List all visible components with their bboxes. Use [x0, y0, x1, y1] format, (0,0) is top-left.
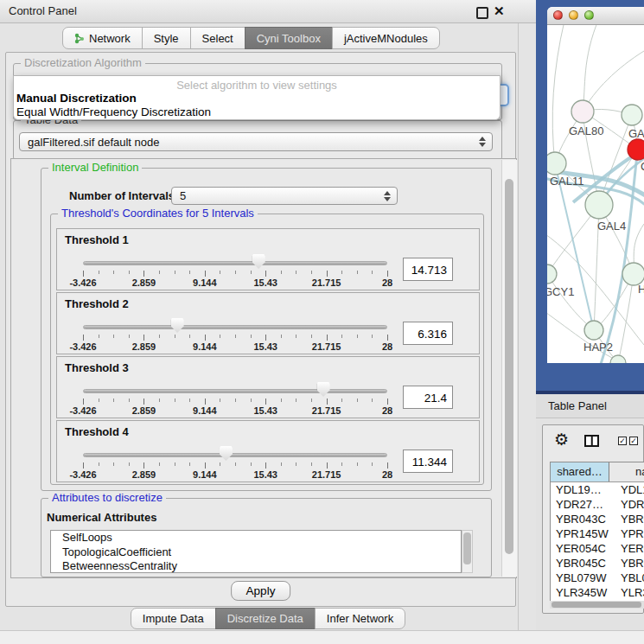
threshold-label: Threshold 4: [65, 425, 129, 438]
network-node-gal4[interactable]: [585, 191, 613, 219]
slider-tick: [129, 399, 130, 402]
threshold-value-field[interactable]: 14.713: [403, 258, 453, 281]
slider-track[interactable]: [83, 453, 387, 457]
table-row[interactable]: YBR043CYBR0: [551, 512, 644, 526]
slider-tick-label: 2.859: [132, 277, 156, 288]
float-window-icon[interactable]: [476, 7, 488, 19]
network-node-c[interactable]: [628, 139, 644, 160]
network-edge[interactable]: [583, 51, 644, 112]
slider-thumb[interactable]: [252, 254, 265, 269]
node-attribute-table: shared… na YDL19…YDL1YDR27…YDR2YBR043CYB…: [550, 462, 644, 603]
slider-tick: [341, 462, 342, 466]
minimize-button[interactable]: [569, 10, 578, 20]
close-icon[interactable]: ✕: [494, 3, 505, 19]
slider-tick: [143, 399, 144, 405]
algorithm-option-manual[interactable]: Manual Discretization: [14, 92, 500, 105]
slider-tick: [189, 271, 190, 274]
network-node-gal11[interactable]: [547, 152, 566, 175]
column-header-shared-name[interactable]: shared…: [551, 462, 609, 481]
slider-tick: [99, 271, 99, 274]
slider-tick: [113, 335, 114, 338]
tab-select[interactable]: Select: [190, 27, 245, 49]
threshold-label: Threshold 1: [65, 233, 129, 246]
slider-tick: [83, 399, 84, 405]
table-header-row: shared… na: [551, 462, 644, 482]
column-header-name[interactable]: na: [609, 462, 644, 481]
slider-tick: [113, 271, 114, 274]
slider-tick: [327, 462, 328, 469]
slider-tick: [296, 335, 296, 338]
horizontal-scrollbar[interactable]: [550, 601, 644, 609]
interval-definition-group: Interval Definition Number of Intervals …: [41, 168, 492, 491]
discretization-algorithm-label: Discretization Algorithm: [21, 57, 145, 69]
slider-tick: [220, 335, 220, 338]
slider-track[interactable]: [83, 261, 387, 265]
bottom-tab-impute-data[interactable]: Impute Data: [131, 608, 216, 629]
slider-thumb[interactable]: [220, 446, 233, 461]
network-node-ga[interactable]: [622, 105, 642, 125]
zoom-button[interactable]: [584, 10, 594, 20]
slider-tick: [372, 271, 373, 274]
slider-tick: [175, 462, 175, 466]
slider-tick: [357, 399, 358, 402]
attribute-list-item[interactable]: SelfLoops: [51, 531, 461, 545]
columns-icon[interactable]: [584, 435, 599, 447]
vertical-scrollbar-thumb[interactable]: [505, 179, 513, 554]
vertical-scrollbar[interactable]: [501, 160, 517, 577]
numerical-attributes-list[interactable]: SelfLoopsTopologicalCoefficientBetweenne…: [50, 530, 462, 573]
bottom-tab-discretize-data[interactable]: Discretize Data: [215, 608, 316, 629]
threshold-panel-2: Threshold 2-3.4262.8599.14415.4321.71528…: [56, 292, 480, 354]
settings-scroll-pane: Interval Definition Number of Intervals …: [10, 158, 517, 578]
threshold-value-field[interactable]: 11.344: [403, 450, 453, 473]
apply-button[interactable]: Apply: [231, 581, 291, 601]
table-row[interactable]: YDL19…YDL1: [551, 482, 644, 497]
slider-tick-label: -3.426: [69, 341, 96, 352]
gear-icon[interactable]: ⚙: [554, 430, 569, 450]
network-edge[interactable]: [552, 25, 564, 163]
table-row[interactable]: YDR27…YDR2: [551, 497, 644, 512]
slider-tick: [251, 271, 252, 274]
slider-thumb[interactable]: [317, 382, 330, 397]
tab-label: Network: [89, 32, 131, 45]
table-row[interactable]: YBR045CYBR0: [551, 556, 644, 571]
slider-track[interactable]: [83, 389, 387, 393]
checkbox-icon[interactable]: ✓: [629, 437, 638, 445]
network-node-gal80[interactable]: [571, 100, 594, 123]
number-of-intervals-combobox[interactable]: 5: [171, 187, 398, 205]
slider-tick: [296, 399, 296, 402]
slider-thumb[interactable]: [171, 318, 184, 333]
slider-tick: [159, 335, 160, 338]
network-node-label: GAL4: [597, 220, 626, 233]
threshold-value-field[interactable]: 21.4: [403, 386, 453, 409]
network-node-label: GCY1: [547, 285, 574, 298]
table-row[interactable]: YPR145WYPR1: [551, 526, 644, 541]
table-row[interactable]: YLR345WYLR3: [551, 585, 644, 600]
table-data-combobox[interactable]: galFiltered.sif default node: [19, 132, 493, 151]
network-node-hap2[interactable]: [584, 321, 603, 340]
attribute-list-item[interactable]: TopologicalCoefficient: [51, 545, 461, 560]
network-node-gcy1[interactable]: [547, 265, 557, 284]
network-canvas[interactable]: GAL80GACGAL11GAL4GCY1HHAP2: [547, 25, 644, 363]
tab-cyni-toolbox[interactable]: Cyni Toolbox: [245, 27, 333, 49]
slider-tick: [372, 399, 373, 402]
table-row[interactable]: YER054CYER0: [551, 541, 644, 556]
close-button[interactable]: [553, 10, 563, 20]
threshold-value-field[interactable]: 6.316: [403, 322, 453, 345]
algorithm-option-equal-width[interactable]: Equal Width/Frequency Discretization: [14, 105, 500, 119]
slider-track[interactable]: [83, 325, 387, 329]
combobox-stepper-icon: [384, 191, 391, 201]
bottom-tab-infer-network[interactable]: Infer Network: [315, 608, 405, 629]
network-view-frame: GAL80GACGAL11GAL4GCY1HHAP2: [536, 0, 644, 394]
tab-label: jActiveMNodules: [344, 32, 428, 45]
slider-tick: [83, 462, 84, 469]
tab-style[interactable]: Style: [142, 27, 191, 49]
attributes-list-scrollbar[interactable]: [462, 530, 473, 573]
cell-shared-name: YBR045C: [551, 556, 617, 571]
checkbox-icon[interactable]: ✓: [618, 437, 627, 445]
tab-jactivemnodules[interactable]: jActiveMNodules: [332, 27, 440, 49]
horizontal-scrollbar-thumb[interactable]: [552, 602, 641, 608]
table-row[interactable]: YBL079WYBL0: [551, 571, 644, 585]
slider-tick-label: 28: [382, 341, 392, 352]
tab-network[interactable]: Network: [62, 27, 143, 49]
attribute-list-item[interactable]: BetweennessCentrality: [51, 559, 461, 573]
